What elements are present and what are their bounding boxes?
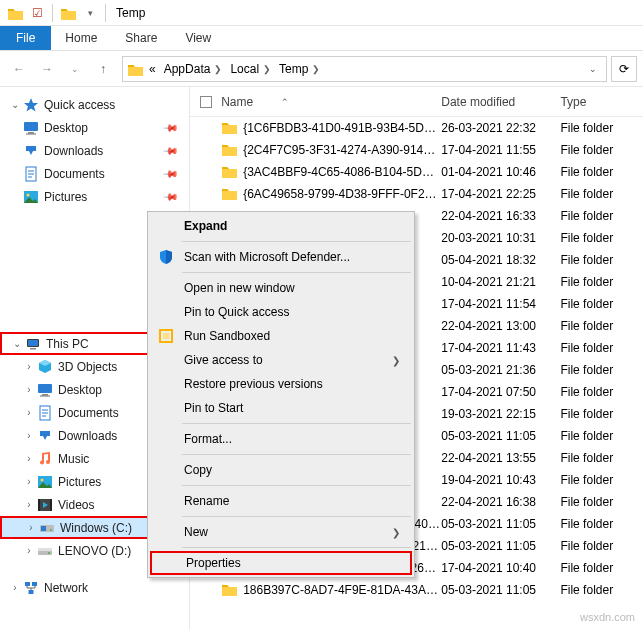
ctx-label: Open in new window: [184, 281, 295, 295]
chevron-right-icon[interactable]: ›: [8, 582, 22, 593]
nav-downloads[interactable]: Downloads📌: [0, 139, 189, 162]
row-type-cell: File folder: [560, 209, 643, 223]
ctx-pin-start[interactable]: Pin to Start: [150, 396, 412, 420]
ctx-restore-previous[interactable]: Restore previous versions: [150, 372, 412, 396]
nav-label: Windows (C:): [60, 521, 132, 535]
separator: [182, 423, 411, 424]
row-date-cell: 05-03-2021 11:05: [441, 429, 560, 443]
nav-label: This PC: [46, 337, 89, 351]
chevron-right-icon[interactable]: ›: [22, 384, 36, 395]
ctx-scan-defender[interactable]: Scan with Microsoft Defender...: [150, 245, 412, 269]
chevron-right-icon[interactable]: ›: [22, 453, 36, 464]
nav-quick-access[interactable]: ⌄Quick access: [0, 93, 189, 116]
qat-check-icon[interactable]: ☑: [26, 2, 48, 24]
chevron-right-icon[interactable]: ›: [22, 407, 36, 418]
file-name: {1C6FBDB3-41D0-491B-93B4-5D40D15...: [243, 121, 441, 135]
separator: [182, 272, 411, 273]
ctx-new[interactable]: New❯: [150, 520, 412, 544]
separator: [182, 547, 411, 548]
ctx-label: Rename: [184, 494, 229, 508]
file-row[interactable]: 186B397C-8AD7-4F9E-81DA-43AFF4D...05-03-…: [190, 579, 643, 601]
nav-label: Network: [44, 581, 88, 595]
column-name[interactable]: Name⌃: [221, 95, 441, 109]
tab-home-label: Home: [65, 31, 97, 45]
chevron-right-icon[interactable]: ›: [22, 476, 36, 487]
row-type-cell: File folder: [560, 517, 643, 531]
chevron-right-icon[interactable]: ›: [22, 499, 36, 510]
nav-pictures[interactable]: Pictures📌: [0, 185, 189, 208]
nav-documents[interactable]: Documents📌: [0, 162, 189, 185]
row-date-cell: 17-04-2021 11:54: [441, 297, 560, 311]
pin-icon: 📌: [163, 165, 179, 181]
chevron-right-icon[interactable]: ›: [22, 545, 36, 556]
qat-dropdown-icon[interactable]: ▾: [79, 2, 101, 24]
row-date-cell: 01-04-2021 10:46: [441, 165, 560, 179]
titlebar-folder-icon[interactable]: [4, 2, 26, 24]
address-bar[interactable]: « AppData❯ Local❯ Temp❯ ⌄: [122, 56, 607, 82]
tab-file[interactable]: File: [0, 26, 51, 50]
file-row[interactable]: {2C4F7C95-3F31-4274-A390-9148448A...17-0…: [190, 139, 643, 161]
column-checkbox[interactable]: [190, 96, 221, 108]
address-folder-icon: [125, 59, 145, 79]
chevron-down-icon[interactable]: ⌄: [10, 338, 24, 349]
ctx-expand[interactable]: Expand: [150, 214, 412, 238]
nav-desktop[interactable]: Desktop📌: [0, 116, 189, 139]
row-name-cell: {2C4F7C95-3F31-4274-A390-9148448A...: [221, 141, 441, 160]
chevron-down-icon[interactable]: ⌄: [8, 99, 22, 110]
file-row[interactable]: {3AC4BBF9-4C65-4086-B104-5DF3482...01-04…: [190, 161, 643, 183]
chevron-right-icon[interactable]: ›: [24, 522, 38, 533]
qat-folder-icon[interactable]: [57, 2, 79, 24]
checkbox-icon[interactable]: [200, 96, 212, 108]
crumb-label: Local: [230, 62, 259, 76]
column-headers: Name⌃ Date modified Type: [190, 87, 643, 117]
file-row[interactable]: {1C6FBDB3-41D0-491B-93B4-5D40D15...26-03…: [190, 117, 643, 139]
ctx-label: Give access to: [184, 353, 263, 367]
forward-button[interactable]: →: [34, 56, 60, 82]
crumb-local[interactable]: Local❯: [226, 57, 275, 81]
tab-share[interactable]: Share: [111, 26, 171, 50]
nav-label: Videos: [58, 498, 94, 512]
up-button[interactable]: ↑: [90, 56, 116, 82]
file-row[interactable]: {6AC49658-9799-4D38-9FFF-0F2DFC0B...17-0…: [190, 183, 643, 205]
column-type[interactable]: Type: [560, 95, 643, 109]
row-type-cell: File folder: [560, 319, 643, 333]
ctx-format[interactable]: Format...: [150, 427, 412, 451]
crumb-hidden[interactable]: «: [145, 57, 160, 81]
downloads-icon: [22, 142, 40, 160]
chevron-right-icon[interactable]: ›: [22, 361, 36, 372]
back-button[interactable]: ←: [6, 56, 32, 82]
ribbon-tabs: File Home Share View: [0, 26, 643, 51]
address-dropdown-icon[interactable]: ⌄: [582, 64, 604, 74]
chevron-right-icon: ❯: [214, 64, 222, 74]
column-label: Date modified: [441, 95, 515, 109]
row-type-cell: File folder: [560, 143, 643, 157]
tab-view[interactable]: View: [171, 26, 225, 50]
row-type-cell: File folder: [560, 407, 643, 421]
separator: [105, 4, 106, 22]
window-title: Temp: [116, 6, 145, 20]
recent-dropdown-icon[interactable]: ⌄: [62, 56, 88, 82]
refresh-button[interactable]: ⟳: [611, 56, 637, 82]
monitor-icon: [36, 381, 54, 399]
crumb-label: Temp: [279, 62, 308, 76]
column-date-modified[interactable]: Date modified: [441, 95, 560, 109]
shield-icon: [156, 247, 176, 267]
ctx-rename[interactable]: Rename: [150, 489, 412, 513]
nav-network[interactable]: ›Network: [0, 576, 189, 599]
ctx-copy[interactable]: Copy: [150, 458, 412, 482]
ctx-label: Pin to Start: [184, 401, 243, 415]
row-type-cell: File folder: [560, 231, 643, 245]
ctx-open-new-window[interactable]: Open in new window: [150, 276, 412, 300]
row-name-cell: {1C6FBDB3-41D0-491B-93B4-5D40D15...: [221, 119, 441, 138]
ctx-run-sandboxed[interactable]: Run Sandboxed: [150, 324, 412, 348]
tab-home[interactable]: Home: [51, 26, 111, 50]
chevron-right-icon[interactable]: ›: [22, 430, 36, 441]
row-date-cell: 22-04-2021 13:00: [441, 319, 560, 333]
row-date-cell: 20-03-2021 10:31: [441, 231, 560, 245]
crumb-temp[interactable]: Temp❯: [275, 57, 324, 81]
ctx-give-access-to[interactable]: Give access to❯: [150, 348, 412, 372]
ctx-pin-quick-access[interactable]: Pin to Quick access: [150, 300, 412, 324]
ctx-properties[interactable]: Properties: [150, 551, 412, 575]
ctx-label: New: [184, 525, 208, 539]
crumb-appdata[interactable]: AppData❯: [160, 57, 227, 81]
